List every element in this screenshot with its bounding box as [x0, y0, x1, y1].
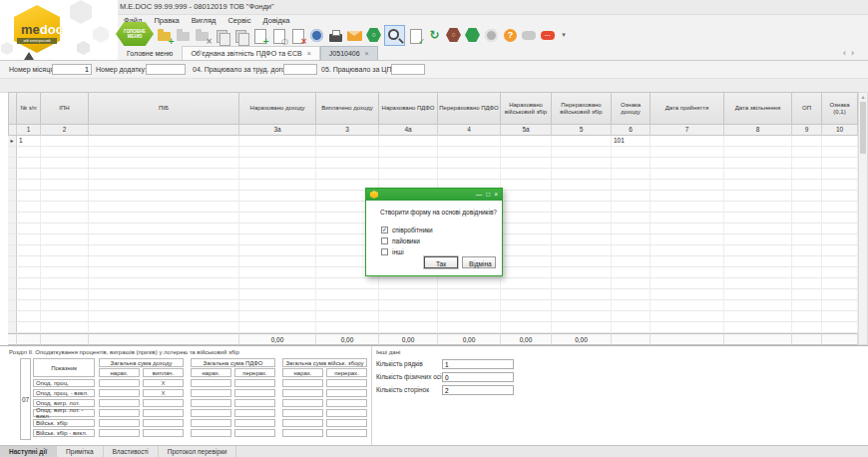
grid-cell[interactable]: [724, 213, 792, 224]
section2-cell[interactable]: [326, 429, 367, 437]
section2-cell[interactable]: [99, 389, 140, 397]
grid-cell[interactable]: [501, 234, 552, 245]
tab-2[interactable]: Об'єднана звітність ПДФО та ЄСВ×: [182, 46, 319, 60]
grid-cell[interactable]: [651, 169, 724, 180]
section2-cell[interactable]: X: [143, 379, 184, 387]
grid-cell[interactable]: [239, 136, 316, 147]
scrollbar-thumb[interactable]: [860, 102, 866, 154]
grid-cell[interactable]: [438, 289, 501, 300]
section2-cell[interactable]: [282, 399, 323, 407]
civil-contract-input[interactable]: [391, 64, 425, 75]
delete-record-icon[interactable]: ×: [289, 27, 306, 44]
grid-cell[interactable]: [612, 147, 651, 158]
section2-cell[interactable]: [326, 419, 367, 427]
vertical-scrollbar[interactable]: ▲: [858, 92, 868, 345]
grid-cell[interactable]: [41, 300, 89, 311]
grid-cell[interactable]: [651, 245, 724, 256]
grid-cell[interactable]: [552, 136, 612, 147]
grid-cell[interactable]: [89, 202, 239, 213]
grid-cell[interactable]: [89, 256, 239, 267]
grid-cell[interactable]: [316, 136, 379, 147]
grid-cell[interactable]: [822, 234, 858, 245]
certificate-icon[interactable]: [483, 27, 500, 44]
menu-view[interactable]: Вигляд: [186, 15, 222, 26]
help-icon[interactable]: ?: [502, 27, 519, 44]
feedback-icon[interactable]: ···: [540, 27, 557, 44]
grid-cell[interactable]: [17, 311, 41, 322]
section2-cell[interactable]: [143, 419, 184, 427]
month-number-input[interactable]: [52, 64, 92, 75]
grid-cell[interactable]: [239, 245, 316, 256]
grid-cell[interactable]: [724, 278, 792, 289]
grid-cell[interactable]: [379, 311, 438, 322]
grid-cell[interactable]: [501, 256, 552, 267]
grid-cell[interactable]: [822, 322, 858, 333]
grid-cell[interactable]: [792, 191, 822, 202]
grid-cell[interactable]: [379, 169, 438, 180]
grid-cell[interactable]: [792, 147, 822, 158]
grid-cell[interactable]: [316, 322, 379, 333]
scroll-up-icon[interactable]: ▲: [859, 93, 867, 101]
grid-cell[interactable]: [17, 169, 41, 180]
grid-cell[interactable]: [792, 289, 822, 300]
grid-cell[interactable]: [501, 267, 552, 278]
grid-cell[interactable]: [612, 169, 651, 180]
grid-cell[interactable]: [792, 256, 822, 267]
grid-cell[interactable]: [651, 278, 724, 289]
grid-cell[interactable]: [316, 169, 379, 180]
section2-cell[interactable]: [191, 399, 231, 407]
grid-cell[interactable]: [89, 322, 239, 333]
grid-cell[interactable]: [89, 234, 239, 245]
row-marker[interactable]: [8, 202, 17, 213]
grid-cell[interactable]: [724, 234, 792, 245]
row-marker[interactable]: [8, 180, 17, 191]
grid-cell[interactable]: [792, 300, 822, 311]
section2-cell[interactable]: X: [143, 389, 184, 397]
grid-cell[interactable]: [822, 300, 858, 311]
grid-cell[interactable]: [724, 245, 792, 256]
grid-cell[interactable]: [651, 311, 724, 322]
persons-count-input[interactable]: [442, 372, 514, 382]
section2-cell[interactable]: [326, 409, 367, 417]
grid-cell[interactable]: [239, 213, 316, 224]
menu-edit[interactable]: Правка: [148, 15, 185, 26]
grid-cell[interactable]: [239, 180, 316, 191]
grid-cell[interactable]: [612, 289, 651, 300]
grid-cell[interactable]: [792, 180, 822, 191]
grid-cell[interactable]: [822, 311, 858, 322]
seal-icon[interactable]: [308, 27, 325, 44]
registry-check-icon[interactable]: ○: [365, 27, 382, 44]
section2-cell[interactable]: [234, 419, 275, 427]
grid-cell[interactable]: [552, 267, 612, 278]
labor-contract-input[interactable]: [283, 64, 317, 75]
grid-cell[interactable]: [41, 191, 89, 202]
grid-cell[interactable]: [438, 169, 501, 180]
web-access-icon[interactable]: ○: [445, 27, 462, 44]
grid-cell[interactable]: [552, 245, 612, 256]
grid-cell[interactable]: [17, 278, 41, 289]
protection-icon[interactable]: [464, 27, 481, 44]
row-marker[interactable]: [8, 322, 17, 333]
row-marker[interactable]: [8, 147, 17, 158]
rows-count-input[interactable]: [442, 359, 514, 369]
grid-cell[interactable]: [316, 300, 379, 311]
grid-cell[interactable]: [724, 267, 792, 278]
grid-cell[interactable]: [822, 180, 858, 191]
grid-cell[interactable]: [651, 256, 724, 267]
row-marker[interactable]: [8, 158, 17, 169]
grid-cell[interactable]: [822, 256, 858, 267]
section2-cell[interactable]: [326, 399, 367, 407]
grid-cell[interactable]: [724, 202, 792, 213]
grid-cell[interactable]: [239, 191, 316, 202]
grid-cell[interactable]: [239, 147, 316, 158]
grid-cell[interactable]: [612, 213, 651, 224]
print-icon[interactable]: [327, 27, 344, 44]
grid-cell[interactable]: [17, 322, 41, 333]
toolbar-more-icon[interactable]: ▾: [559, 27, 576, 44]
grid-cell[interactable]: [792, 213, 822, 224]
grid-cell[interactable]: 1: [17, 136, 41, 147]
row-marker[interactable]: [8, 267, 17, 278]
grid-cell[interactable]: [17, 267, 41, 278]
grid-cell[interactable]: [651, 158, 724, 169]
checkbox-icon[interactable]: [381, 248, 388, 255]
